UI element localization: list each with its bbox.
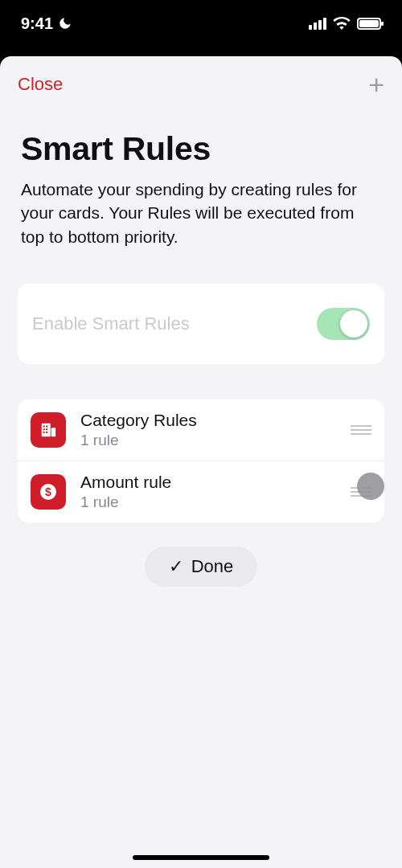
- sheet-header: Close +: [0, 56, 402, 98]
- do-not-disturb-icon: [58, 16, 72, 31]
- status-right: [309, 17, 381, 30]
- add-rule-button[interactable]: +: [368, 71, 384, 98]
- wifi-icon: [333, 17, 351, 30]
- done-button[interactable]: ✓ Done: [145, 547, 258, 587]
- home-indicator[interactable]: [133, 855, 269, 860]
- svg-rect-6: [43, 432, 45, 433]
- dollar-icon: $: [31, 474, 66, 510]
- page-description: Automate your spending by creating rules…: [21, 178, 381, 248]
- drag-handle-icon[interactable]: [351, 425, 371, 435]
- rule-subtitle: 1 rule: [80, 432, 336, 449]
- cell-signal-icon: [309, 18, 326, 30]
- rule-row-category[interactable]: Category Rules 1 rule: [18, 399, 384, 461]
- rule-subtitle: 1 rule: [80, 493, 336, 511]
- svg-text:$: $: [45, 485, 51, 498]
- rule-title: Category Rules: [80, 411, 336, 430]
- svg-rect-1: [51, 428, 55, 436]
- close-button[interactable]: Close: [18, 74, 63, 95]
- rule-title: Amount rule: [80, 473, 336, 492]
- building-icon: [31, 412, 66, 448]
- done-wrap: ✓ Done: [0, 547, 402, 587]
- title-block: Smart Rules Automate your spending by cr…: [0, 98, 402, 248]
- status-bar: 9:41: [0, 0, 402, 47]
- rules-list: Category Rules 1 rule $ Amount rule 1 ru…: [18, 399, 384, 522]
- svg-rect-4: [43, 428, 45, 430]
- rule-text: Amount rule 1 rule: [80, 473, 336, 511]
- svg-rect-7: [46, 432, 47, 433]
- enable-smart-rules-card: Enable Smart Rules: [18, 284, 384, 364]
- rule-row-amount[interactable]: $ Amount rule 1 rule: [18, 461, 384, 522]
- touch-indicator: [357, 473, 384, 500]
- enable-smart-rules-toggle[interactable]: [317, 308, 370, 340]
- svg-rect-2: [43, 426, 45, 428]
- status-left: 9:41: [21, 14, 72, 33]
- done-label: Done: [191, 556, 234, 577]
- rule-text: Category Rules 1 rule: [80, 411, 336, 449]
- check-icon: ✓: [169, 556, 183, 577]
- enable-smart-rules-label: Enable Smart Rules: [32, 313, 190, 334]
- svg-rect-3: [46, 426, 47, 428]
- status-time: 9:41: [21, 14, 53, 33]
- toggle-knob: [340, 310, 367, 338]
- modal-sheet: Close + Smart Rules Automate your spendi…: [0, 56, 402, 868]
- page-title: Smart Rules: [21, 130, 381, 168]
- svg-rect-5: [46, 428, 47, 430]
- device-frame: 9:41 Close + Smart Rules Automate your s…: [0, 0, 402, 868]
- battery-icon: [357, 18, 381, 30]
